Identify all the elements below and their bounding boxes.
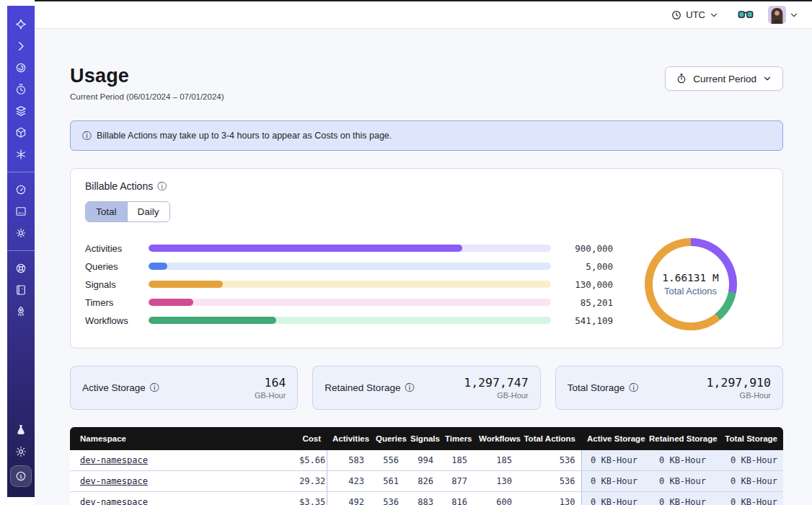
expand-chevron-right-icon[interactable] (14, 40, 27, 53)
window-top-edge (35, 0, 812, 1)
cell-retained-storage: 0 KB-Hour (643, 450, 712, 471)
settings-gear-icon[interactable] (14, 227, 27, 240)
chevron-down-icon (762, 74, 772, 84)
docs-book-icon[interactable] (14, 284, 27, 297)
info-icon[interactable]: ⓘ (405, 383, 414, 392)
bar-label: Timers (85, 297, 149, 308)
retained-storage-card: Retained Storageⓘ 1,297,747 GB-Hour (312, 366, 540, 410)
web-window-icon[interactable] (14, 205, 27, 218)
cell-cost: $3.35 (294, 492, 327, 505)
bar-row: Queries 5,000 (85, 258, 613, 276)
storage-card-unit: GB-Hour (707, 391, 771, 400)
bar-fill (149, 263, 167, 270)
rocket-icon[interactable] (14, 305, 27, 318)
cell-active-storage: 0 KB-Hour (581, 492, 643, 505)
bar-track (149, 245, 551, 252)
bar-label: Signals (85, 279, 149, 290)
cell-total-actions: 536 (518, 450, 581, 471)
tab-total[interactable]: Total (86, 202, 127, 221)
stack-layers-icon[interactable] (14, 105, 27, 118)
billing-dollar-icon[interactable]: $ (14, 470, 27, 483)
cell-total-storage: 0 KB-Hour (712, 450, 783, 471)
cell-timers: 877 (439, 471, 473, 492)
usage-page: $ UTC (0, 0, 812, 505)
col-namespace: Namespace (70, 427, 294, 450)
cell-total-storage: 0 KB-Hour (712, 492, 783, 505)
storage-card-unit: GB-Hour (255, 391, 286, 400)
cell-signals: 826 (405, 471, 439, 492)
cell-queries: 556 (370, 450, 405, 471)
period-dropdown-button[interactable]: Current Period (665, 66, 783, 91)
info-banner: ⓘ Billable Actions may take up to 3-4 ho… (70, 120, 783, 151)
bar-row: Signals 130,000 (85, 276, 613, 294)
sidebar-divider (7, 250, 35, 251)
bar-row: Workflows 541,109 (85, 312, 613, 330)
table-row: dev-namespace $3.35 492 536 883 816 600 … (70, 492, 783, 505)
theme-sun-icon[interactable] (14, 445, 27, 458)
storage-card-unit: GB-Hour (464, 391, 528, 400)
temporal-logo-icon[interactable] (14, 18, 27, 31)
usage-gauge-icon[interactable] (14, 183, 27, 196)
storage-card-value: 164 (255, 376, 286, 390)
billable-actions-card: Billable Actions ⓘ Total Daily Activitie… (70, 168, 783, 348)
namespace-link[interactable]: dev-namespace (80, 455, 148, 465)
bar-value: 900,000 (561, 243, 613, 254)
cell-timers: 816 (439, 492, 473, 505)
cell-signals: 994 (405, 450, 439, 471)
bar-value: 85,201 (561, 297, 613, 308)
namespace-link[interactable]: dev-namespace (80, 476, 148, 486)
timezone-selector[interactable]: UTC (671, 9, 719, 21)
active-storage-card: Active Storageⓘ 164 GB-Hour (70, 366, 298, 410)
bar-value: 541,109 (561, 315, 613, 326)
period-dropdown-label: Current Period (693, 74, 756, 84)
col-cost: Cost (294, 427, 327, 450)
bar-row: Timers 85,201 (85, 294, 613, 312)
cell-activities: 492 (327, 492, 370, 505)
support-lifebuoy-icon[interactable] (14, 262, 27, 275)
bar-value: 5,000 (561, 261, 613, 272)
bar-label: Queries (85, 261, 149, 272)
col-retained-storage: Retained Storage (643, 427, 712, 450)
storage-card-value: 1,297,747 (464, 376, 528, 390)
bar-fill (149, 317, 276, 324)
total-actions-value: 1.66131 M (662, 272, 719, 284)
namespaces-spiral-icon[interactable] (14, 61, 27, 74)
info-icon[interactable]: ⓘ (629, 383, 638, 392)
schedules-timer-icon[interactable] (14, 83, 27, 96)
storage-card-label: Total Storage (568, 382, 625, 393)
table-row: dev-namespace 29.32 423 561 826 877 130 … (70, 471, 783, 492)
billing-active-highlight[interactable]: $ (10, 465, 32, 487)
info-icon: ⓘ (82, 131, 92, 141)
deployments-cube-icon[interactable] (14, 126, 27, 139)
billable-actions-tabs: Total Daily (85, 201, 170, 222)
feedback-glasses-button[interactable] (738, 9, 754, 20)
total-storage-card: Total Storageⓘ 1,297,910 GB-Hour (555, 366, 783, 410)
storage-card-label: Retained Storage (325, 382, 400, 393)
col-queries: Queries (370, 427, 405, 450)
lab-flask-icon[interactable] (14, 423, 27, 436)
storage-card-value: 1,297,910 (707, 376, 771, 390)
info-icon[interactable]: ⓘ (157, 182, 167, 191)
bar-track (149, 317, 551, 324)
tab-daily[interactable]: Daily (127, 202, 169, 221)
bar-track (149, 299, 551, 306)
info-icon[interactable]: ⓘ (150, 383, 159, 392)
bar-fill (149, 299, 193, 306)
cell-activities: 423 (327, 471, 370, 492)
cell-queries: 561 (370, 471, 405, 492)
col-signals: Signals (405, 427, 439, 450)
glasses-icon (738, 9, 754, 20)
nexus-asterisk-icon[interactable] (14, 148, 27, 161)
timezone-label: UTC (686, 9, 705, 20)
bar-track (149, 263, 551, 270)
cell-total-actions: 130 (518, 492, 581, 505)
bar-label: Activities (85, 243, 149, 254)
cell-workflows: 185 (473, 450, 518, 471)
cell-total-storage: 0 KB-Hour (712, 471, 783, 492)
user-menu[interactable] (768, 6, 799, 24)
namespace-link[interactable]: dev-namespace (80, 497, 148, 505)
col-timers: Timers (439, 427, 473, 450)
top-bar: UTC (35, 1, 812, 29)
cell-workflows: 130 (473, 471, 518, 492)
billable-actions-bar-chart: Activities 900,000 Queries 5,000 Signals (85, 240, 613, 330)
